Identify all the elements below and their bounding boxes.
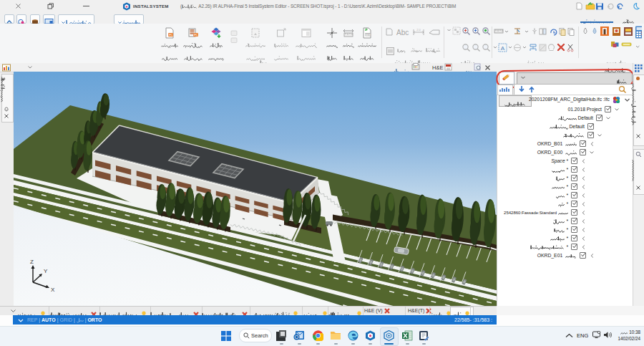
- svg-text:2.0: 2.0: [416, 28, 421, 32]
- svg-text:Y: Y: [44, 268, 48, 274]
- svg-text:IFC: IFC: [194, 34, 198, 37]
- svg-text:BASE: BASE: [365, 33, 371, 36]
- svg-text:Abc: Abc: [396, 29, 409, 37]
- svg-text:X: X: [51, 287, 55, 293]
- svg-text:A: A: [501, 45, 505, 52]
- svg-text:Z: Z: [30, 259, 34, 265]
- svg-text:IFC: IFC: [169, 34, 173, 37]
- svg-text:O: O: [295, 334, 299, 340]
